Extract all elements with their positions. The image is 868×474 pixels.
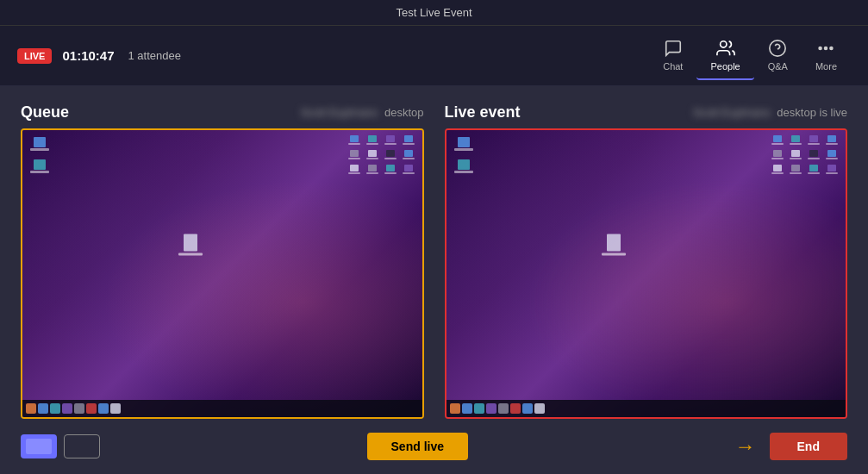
q-icon-2 [365,135,379,147]
taskbar-icon-2 [38,403,48,414]
live-subtitle-blurred: Scott Euphrano [693,106,771,119]
bottom-controls: Send live → End [21,433,847,460]
desktop-icon-1 [29,137,50,154]
nav-qa-label: Q&A [768,61,788,72]
layout-btn-filled-inner [26,439,52,454]
live-taskbar-icon-5 [498,403,509,414]
live-taskbar-icon-4 [486,403,496,414]
chat-icon [664,39,683,58]
l-icon-11 [807,165,821,177]
live-panel: Live event Scott Euphrano desktop is liv… [445,103,848,419]
layout-btn-outline-inner [69,439,95,454]
layout-btn-outline[interactable] [64,434,100,458]
svg-point-3 [820,47,822,49]
l-icon-9 [771,165,784,177]
taskbar-icon-3 [50,403,60,414]
queue-video-frame[interactable] [21,128,424,419]
desktop-icon-2 [29,159,50,177]
timer-display: 01:10:47 [62,48,114,63]
taskbar-icon-1 [26,403,36,414]
live-center-doc [602,234,626,256]
live-taskbar-icon-3 [474,403,484,414]
panels-row: Queue Scott Euphrano desktop [21,103,847,419]
end-section: → End [735,433,847,460]
live-badge: LIVE [17,48,52,64]
live-title: Live event [445,103,521,122]
q-icon-11 [384,165,397,177]
nav-chat[interactable]: Chat [649,32,696,80]
svg-point-1 [770,40,785,55]
l-icon-1 [771,135,784,147]
live-taskbar-icon-6 [510,403,521,414]
queue-subtitle-blurred: Scott Euphrano [301,106,378,119]
q-icon-5 [347,150,361,162]
l-icon-5 [771,150,784,162]
top-nav: LIVE 01:10:47 1 attendee Chat People [0,26,868,86]
taskbar-icon-6 [86,403,97,414]
live-taskbar [446,400,846,417]
nav-qa[interactable]: Q&A [754,32,802,80]
nav-more[interactable]: More [802,32,851,80]
attendee-count: 1 attendee [128,49,181,62]
main-content: Queue Scott Euphrano desktop [0,86,868,474]
live-desktop-icon-1 [453,137,474,154]
taskbar-icon-4 [62,403,72,414]
nav-more-label: More [815,61,837,72]
more-icon [816,39,835,58]
l-icon-8 [825,150,839,162]
l-icon-2 [789,135,802,147]
q-icon-4 [402,135,415,147]
taskbar-icon-5 [74,403,84,414]
svg-point-4 [825,47,827,49]
l-icon-3 [807,135,821,147]
live-subtitle-suffix: desktop is live [777,106,847,119]
send-live-button[interactable]: Send live [367,433,468,460]
l-icon-7 [807,150,821,162]
live-subtitle: Scott Euphrano desktop is live [693,106,847,119]
queue-center-doc [178,234,203,256]
end-button[interactable]: End [770,433,847,460]
window-title: Test Live Event [396,6,471,19]
end-arrow-icon: → [735,434,756,458]
q-icon-12 [402,165,415,177]
q-icon-1 [347,135,361,147]
live-desktop-icons-right [771,135,840,177]
live-taskbar-icon-2 [462,403,472,414]
live-video-frame[interactable] [445,128,848,419]
nav-people-label: People [710,61,740,72]
layout-buttons [21,434,100,458]
q-icon-7 [384,150,397,162]
queue-desktop-icons-left [29,137,50,177]
live-taskbar-icon-8 [534,403,545,414]
title-bar: Test Live Event [0,0,868,26]
svg-point-5 [831,47,834,49]
queue-desktop-icons-right [347,135,417,177]
l-icon-4 [825,135,839,147]
queue-title: Queue [21,103,69,122]
taskbar-icon-7 [98,403,109,414]
qa-icon [768,39,787,58]
q-icon-9 [347,165,361,177]
queue-panel: Queue Scott Euphrano desktop [21,103,424,419]
live-desktop [446,130,846,417]
q-icon-8 [402,150,415,162]
nav-people[interactable]: People [696,32,753,80]
queue-panel-header: Queue Scott Euphrano desktop [21,103,424,122]
queue-subtitle: Scott Euphrano desktop [301,106,424,119]
q-icon-6 [365,150,379,162]
layout-btn-filled[interactable] [21,434,57,458]
taskbar-icon-8 [110,403,121,414]
live-taskbar-icon-7 [522,403,533,414]
nav-icons: Chat People Q&A [649,32,851,80]
queue-desktop [22,130,422,417]
svg-point-0 [720,41,726,47]
live-desktop-icons-left [453,137,474,177]
people-icon [716,39,735,58]
live-taskbar-icon-1 [450,403,460,414]
nav-chat-label: Chat [663,61,683,72]
l-icon-6 [789,150,802,162]
queue-subtitle-suffix: desktop [384,106,424,119]
q-icon-10 [365,165,379,177]
live-panel-header: Live event Scott Euphrano desktop is liv… [445,103,848,122]
l-icon-12 [825,165,839,177]
